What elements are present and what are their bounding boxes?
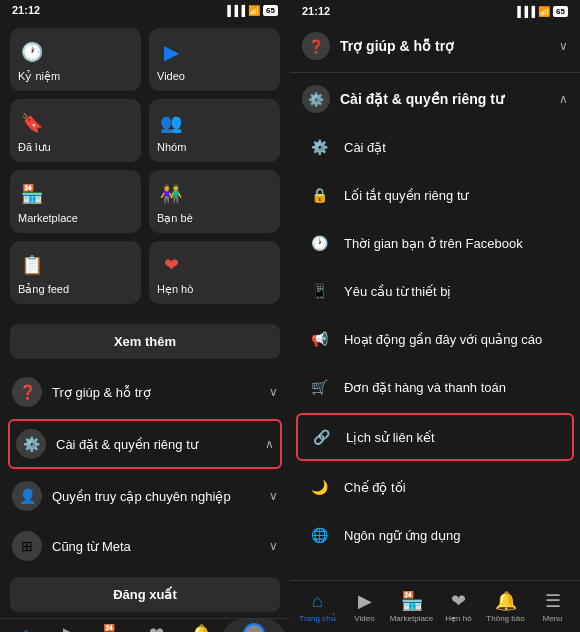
nav-notifications[interactable]: 🔔 Thông báo (179, 619, 223, 632)
right-settings-chevron: ∧ (559, 92, 568, 106)
menu-item-meta[interactable]: ⊞ Cũng từ Meta ∨ (4, 521, 286, 571)
right-settings-icon: ⚙️ (302, 85, 330, 113)
grid-item-groups[interactable]: 👥 Nhóm (149, 99, 280, 162)
saved-icon: 🔖 (18, 109, 46, 137)
nav-video[interactable]: ▶ Video (48, 619, 92, 632)
right-help-icon: ❓ (302, 32, 330, 60)
grid-row-4: 📋 Bảng feed ❤ Hẹn hò (10, 241, 280, 304)
right-nav-notifications[interactable]: 🔔 Thông báo (482, 586, 529, 627)
privacy-label: Lối tắt quyền riêng tư (344, 188, 469, 203)
menu-item-meta-left: ⊞ Cũng từ Meta (12, 531, 131, 561)
right-time: 21:12 (302, 5, 330, 17)
saved-label: Đã lưu (18, 141, 51, 154)
dating-label: Hẹn hò (157, 283, 193, 296)
see-more-button[interactable]: Xem thêm (10, 324, 280, 359)
kyniemm-icon: 🕐 (18, 38, 46, 66)
left-time: 21:12 (12, 4, 40, 16)
dark-label: Chế độ tối (344, 480, 406, 495)
right-nav-home[interactable]: ⌂ Trang chủ (294, 587, 341, 627)
logout-button[interactable]: Đăng xuất (10, 577, 280, 612)
linkhistory-label: Lịch sử liên kết (346, 430, 435, 445)
grid-item-video[interactable]: ▶ Video (149, 28, 280, 91)
grid-item-dating[interactable]: ❤ Hẹn hò (149, 241, 280, 304)
language-label: Ngôn ngữ ứng dụng (344, 528, 461, 543)
grid-item-marketplace[interactable]: 🏪 Marketplace (10, 170, 141, 233)
settings-item-privacy[interactable]: 🔒 Lối tắt quyền riêng tư (290, 171, 580, 219)
left-bottom-nav: ⌂ Trang chủ ▶ Video 🏪 Marketplace ❤ Hẹn … (0, 618, 290, 632)
right-nav-video[interactable]: ▶ Video (341, 586, 388, 627)
grid-item-friends[interactable]: 👫 Bạn bè (149, 170, 280, 233)
marketplace-label: Marketplace (18, 212, 78, 224)
wifi-icon: 📶 (248, 5, 260, 16)
right-home-icon: ⌂ (312, 591, 323, 612)
settings-item-time[interactable]: 🕐 Thời gian bạn ở trên Facebook (290, 219, 580, 267)
right-help-section[interactable]: ❓ Trợ giúp & hỗ trợ ∨ (290, 22, 580, 70)
right-video-label: Video (354, 614, 374, 623)
menu-item-settings-left: ⚙️ Cài đặt & quyền riêng tư (16, 429, 198, 459)
settings-item-device[interactable]: 📱 Yêu cầu từ thiết bị (290, 267, 580, 315)
right-notifications-icon: 🔔 (495, 590, 517, 612)
orders-label: Đơn đặt hàng và thanh toán (344, 380, 506, 395)
time-label: Thời gian bạn ở trên Facebook (344, 236, 523, 251)
menu-item-help[interactable]: ❓ Trợ giúp & hỗ trợ ∨ (4, 367, 286, 417)
left-status-icons: ▐▐▐ 📶 65 (224, 5, 278, 16)
menu-item-professional[interactable]: 👤 Quyền truy cập chuyên nghiệp ∨ (4, 471, 286, 521)
meta-label: Cũng từ Meta (52, 539, 131, 554)
grid-item-feed[interactable]: 📋 Bảng feed (10, 241, 141, 304)
grid-section: 🕐 Kỷ niệm ▶ Video 🔖 Đã lưu 👥 Nhóm 🏪 Ma (0, 20, 290, 320)
settings-item-caidat[interactable]: ⚙️ Cài đặt (290, 123, 580, 171)
video-icon: ▶ (157, 38, 185, 66)
right-marketplace-icon: 🏪 (401, 590, 423, 612)
settings-item-orders[interactable]: 🛒 Đơn đặt hàng và thanh toán (290, 363, 580, 411)
time-icon: 🕐 (306, 230, 332, 256)
nav-dating[interactable]: ❤ Hẹn hò (135, 619, 179, 632)
right-status-icons: ▐▐▐ 📶 65 (514, 6, 568, 17)
right-battery-badge: 65 (553, 6, 568, 17)
right-nav-marketplace[interactable]: 🏪 Marketplace (388, 586, 435, 627)
left-panel: 21:12 ▐▐▐ 📶 65 🕐 Kỷ niệm ▶ Video 🔖 Đã lư… (0, 0, 290, 632)
right-menu-label: Menu (542, 614, 562, 623)
linkhistory-icon: 🔗 (308, 424, 334, 450)
meta-chevron: ∨ (269, 539, 278, 553)
privacy-icon: 🔒 (306, 182, 332, 208)
nav-marketplace[interactable]: 🏪 Marketplace (91, 619, 135, 632)
nav-marketplace-icon: 🏪 (102, 623, 124, 632)
right-settings-left: ⚙️ Cài đặt & quyền riêng tư (302, 85, 504, 113)
ads-icon: 📢 (306, 326, 332, 352)
nav-menu[interactable]: Menu (222, 619, 286, 632)
professional-chevron: ∨ (269, 489, 278, 503)
right-notifications-label: Thông báo (486, 614, 524, 623)
grid-item-saved[interactable]: 🔖 Đã lưu (10, 99, 141, 162)
right-dating-icon: ❤ (451, 590, 466, 612)
home-icon: ⌂ (20, 624, 31, 633)
right-home-label: Trang chủ (299, 614, 335, 623)
settings-icon: ⚙️ (16, 429, 46, 459)
help-chevron: ∨ (269, 385, 278, 399)
right-nav-dating[interactable]: ❤ Hẹn hò (435, 586, 482, 627)
meta-icon: ⊞ (12, 531, 42, 561)
feed-icon: 📋 (18, 251, 46, 279)
left-status-bar: 21:12 ▐▐▐ 📶 65 (0, 0, 290, 20)
device-label: Yêu cầu từ thiết bị (344, 284, 452, 299)
grid-row-1: 🕐 Kỷ niệm ▶ Video (10, 28, 280, 91)
settings-item-ads[interactable]: 📢 Hoạt động gần đây với quảng cáo (290, 315, 580, 363)
settings-item-dark[interactable]: 🌙 Chế độ tối (290, 463, 580, 511)
groups-icon: 👥 (157, 109, 185, 137)
right-settings-section[interactable]: ⚙️ Cài đặt & quyền riêng tư ∧ (290, 75, 580, 123)
nav-video-icon: ▶ (63, 623, 77, 632)
settings-item-linkhistory[interactable]: 🔗 Lịch sử liên kết (296, 413, 574, 461)
menu-item-settings[interactable]: ⚙️ Cài đặt & quyền riêng tư ∧ (8, 419, 282, 469)
grid-row-3: 🏪 Marketplace 👫 Bạn bè (10, 170, 280, 233)
settings-item-language[interactable]: 🌐 Ngôn ngữ ứng dụng (290, 511, 580, 559)
video-label: Video (157, 70, 185, 82)
caidat-icon: ⚙️ (306, 134, 332, 160)
groups-label: Nhóm (157, 141, 186, 153)
separator-1 (290, 72, 580, 73)
kyniemm-label: Kỷ niệm (18, 70, 60, 83)
settings-chevron: ∧ (265, 437, 274, 451)
dark-icon: 🌙 (306, 474, 332, 500)
ads-label: Hoạt động gần đây với quảng cáo (344, 332, 542, 347)
nav-home[interactable]: ⌂ Trang chủ (4, 620, 48, 633)
grid-item-kyniemm[interactable]: 🕐 Kỷ niệm (10, 28, 141, 91)
right-nav-menu[interactable]: ☰ Menu (529, 586, 576, 627)
